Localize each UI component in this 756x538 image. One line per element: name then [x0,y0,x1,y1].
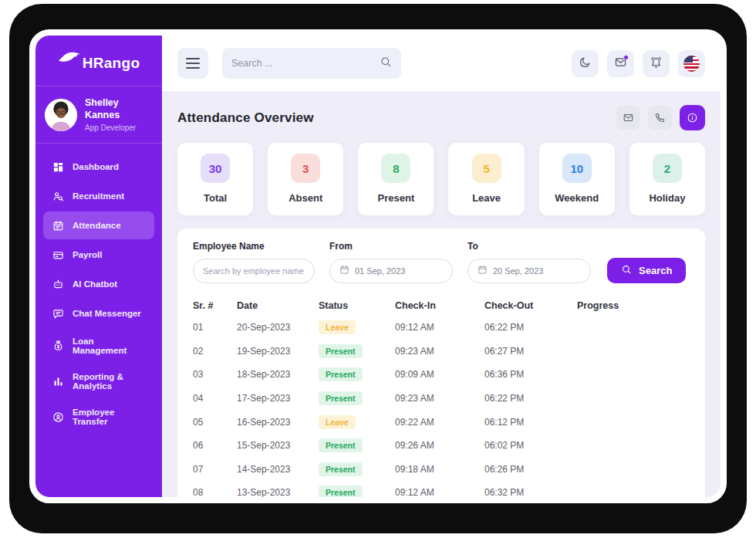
chat-icon [52,307,64,320]
stat-value: 30 [201,154,230,183]
cell-sr: 07 [193,464,237,475]
stat-card-leave: 5 Leave [448,143,524,215]
cell-checkout: 06:27 PM [484,346,577,357]
stat-label: Leave [448,192,524,204]
stat-card-present: 8 Present [358,143,434,215]
status-badge: Present [319,462,363,476]
cell-sr: 02 [193,346,237,357]
status-badge: Present [319,486,363,497]
calendar-icon [339,264,349,278]
table-header: Sr. # Date Status Check-In Check-Out Pro… [193,297,690,316]
global-search [222,48,401,79]
bell-button[interactable] [643,50,670,77]
wing-icon [58,49,81,72]
loan-icon [52,340,64,352]
sidebar-item-ai-chatbot[interactable]: AI Chatbot [43,270,154,298]
user-profile[interactable]: Shelley Kannes App Developer [35,86,162,144]
flag-us-button[interactable] [678,50,705,77]
sidebar-item-attendance[interactable]: Attendance [43,211,154,239]
content: Attendance Overview 30 Total 3 Absent 8 … [162,91,721,497]
avatar [45,99,77,131]
from-date-input[interactable] [355,266,443,276]
sidebar-item-payroll[interactable]: Payroll [43,241,154,269]
stat-value: 10 [562,154,592,183]
col-sr: Sr. # [193,300,237,311]
table-row: 04 17-Sep-2023 Present 09:23 AM 06:22 PM [193,387,690,411]
dashboard-icon [52,161,64,173]
stat-card-absent: 3 Absent [268,143,343,215]
cell-checkout: 06:22 PM [484,393,577,404]
topbar-actions [572,50,705,77]
sidebar: HRango Shelley Kannes App Developer Dash… [35,36,162,497]
col-progress: Progress [577,300,690,311]
sidebar-item-employee-transfer[interactable]: Employee Transfer [43,400,154,434]
table-row: 08 13-Sep-2023 Present 09:12 AM 06:32 PM [193,481,690,497]
sidebar-item-loan-management[interactable]: Loan Management [43,329,154,363]
mail-action-button[interactable] [616,106,640,130]
brand-logo[interactable]: HRango [35,36,162,86]
search-button[interactable]: Search [607,258,686,283]
employee-name-label: Employee Name [193,241,315,252]
sidebar-item-reporting-analytics[interactable]: Reporting & Analytics [43,364,154,398]
cell-checkout: 06:26 PM [484,464,577,475]
sidebar-menu: Dashboard Recruitment Attendance Payroll… [35,144,162,497]
filters: Employee Name From [193,241,690,283]
flag-us-icon [683,56,700,72]
moon-icon [579,56,592,71]
person-circle-icon [52,411,64,423]
stat-cards: 30 Total 3 Absent 8 Present 5 Leave 10 W… [177,143,705,215]
cell-date: 14-Sep-2023 [237,464,319,475]
page-title: Attendance Overview [177,110,314,126]
cell-checkout: 06:12 PM [484,417,577,428]
cell-date: 18-Sep-2023 [237,369,319,380]
mail-button[interactable] [607,50,634,77]
to-date-input[interactable] [493,266,581,276]
cell-sr: 05 [193,417,237,428]
cell-checkout: 06:32 PM [484,487,577,497]
phone-action-button[interactable] [648,106,672,130]
app-window: HRango Shelley Kannes App Developer Dash… [29,29,727,503]
table-row: 03 18-Sep-2023 Present 09:09 AM 06:36 PM [193,363,690,387]
cell-checkout: 06:36 PM [484,369,577,380]
col-checkout: Check-Out [484,300,577,311]
page-header-actions [616,105,705,130]
bell-icon [650,56,663,71]
brand-name: HRango [83,55,140,72]
cell-checkin: 09:22 AM [395,417,484,428]
user-name: Shelley Kannes [85,97,153,121]
sidebar-item-chat-messenger[interactable]: Chat Messenger [43,299,154,327]
cell-sr: 03 [193,369,237,380]
moon-button[interactable] [572,50,599,77]
menu-toggle-button[interactable] [177,48,208,79]
search-icon [621,264,632,277]
cell-sr: 04 [193,393,237,404]
notification-dot [623,55,629,60]
user-role: App Developer [85,124,153,132]
status-badge: Leave [319,415,356,429]
cell-date: 19-Sep-2023 [237,346,319,357]
cell-checkout: 06:22 PM [484,322,577,333]
col-date: Date [237,300,319,311]
cell-checkin: 09:23 AM [395,393,484,404]
cell-checkin: 09:09 AM [395,369,484,380]
calendar-icon [478,264,488,278]
stat-card-total: 30 Total [177,143,253,215]
robot-icon [52,278,64,290]
phone-icon [654,112,666,124]
status-badge: Present [319,391,363,405]
from-label: From [329,241,453,252]
table-row: 05 16-Sep-2023 Leave 09:22 AM 06:12 PM [193,410,690,434]
stat-label: Holiday [629,192,705,204]
info-action-button[interactable] [680,105,705,130]
cell-checkin: 09:12 AM [395,487,484,497]
cell-date: 17-Sep-2023 [237,393,319,404]
employee-name-input[interactable] [203,266,305,276]
attendance-panel: Employee Name From [177,228,705,497]
cell-sr: 01 [193,322,237,333]
search-input[interactable] [231,58,380,69]
sidebar-item-dashboard[interactable]: Dashboard [43,153,154,181]
calendar-icon [52,219,64,232]
sidebar-item-recruitment[interactable]: Recruitment [43,182,154,210]
stat-label: Total [177,192,253,204]
status-badge: Leave [319,320,356,334]
